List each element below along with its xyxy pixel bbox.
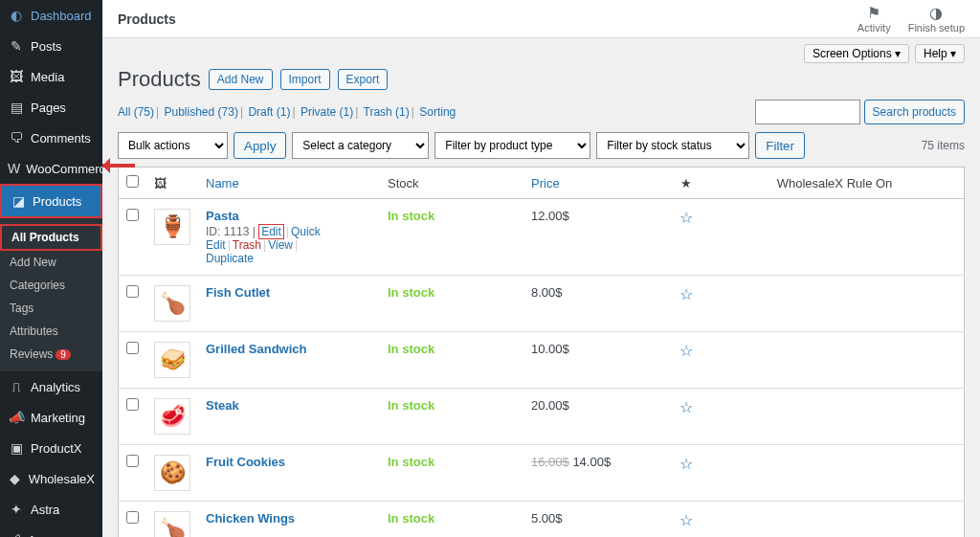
help-button[interactable]: Help ▾: [915, 44, 965, 63]
featured-star[interactable]: ☆: [679, 286, 693, 302]
topbar: Products ⚑Activity ◑Finish setup: [102, 0, 980, 38]
sidebar-sub-add-new[interactable]: Add New: [0, 251, 102, 274]
search-button[interactable]: Search products: [864, 100, 965, 124]
sidebar-label: Appearance: [28, 533, 95, 538]
product-thumbnail[interactable]: 🥩: [154, 398, 190, 435]
sidebar-sub-tags[interactable]: Tags: [0, 297, 102, 320]
filter-sorting[interactable]: Sorting: [419, 105, 456, 119]
product-name-link[interactable]: Fish Cutlet: [206, 285, 270, 300]
sidebar-label: WholesaleX: [29, 472, 95, 486]
product-thumbnail[interactable]: 🍗: [154, 285, 190, 322]
screen-options-button[interactable]: Screen Options ▾: [804, 44, 909, 63]
finish-setup-button[interactable]: ◑Finish setup: [908, 4, 965, 34]
filter-all[interactable]: All (75): [118, 105, 154, 119]
menu-icon: W: [8, 161, 20, 176]
featured-star[interactable]: ☆: [679, 399, 693, 415]
sidebar-item-dashboard[interactable]: ◐Dashboard: [0, 0, 102, 31]
import-button[interactable]: Import: [280, 69, 330, 90]
sidebar-item-woocommerce[interactable]: WWooCommerce: [0, 153, 102, 184]
row-checkbox[interactable]: [126, 398, 139, 411]
menu-icon: ▤: [8, 100, 25, 115]
category-select[interactable]: Select a category: [292, 132, 429, 159]
row-checkbox[interactable]: [126, 455, 139, 467]
sidebar-item-astra[interactable]: ✦Astra: [0, 494, 102, 525]
featured-star[interactable]: ☆: [679, 456, 693, 472]
filter-draft[interactable]: Draft (1): [248, 105, 290, 119]
stock-status: In stock: [388, 511, 434, 526]
product-thumbnail[interactable]: 🍪: [154, 455, 190, 491]
col-name[interactable]: Name: [206, 176, 239, 190]
apply-button[interactable]: Apply: [234, 132, 286, 159]
featured-star[interactable]: ☆: [679, 343, 693, 359]
sidebar-item-analytics[interactable]: ⎍Analytics: [0, 371, 102, 402]
sidebar-item-posts[interactable]: ✎Posts: [0, 31, 102, 61]
items-count: 75 items: [922, 139, 965, 152]
row-checkbox[interactable]: [126, 511, 139, 524]
search-input[interactable]: [755, 100, 860, 124]
price: 12.00$: [523, 199, 667, 276]
filter-private[interactable]: Private (1): [301, 105, 353, 119]
sidebar-sub-attributes[interactable]: Attributes: [0, 320, 102, 343]
sidebar-item-media[interactable]: 🖾Media: [0, 61, 102, 92]
featured-star[interactable]: ☆: [679, 512, 693, 528]
row-view-link[interactable]: View: [268, 238, 293, 252]
stock-status: In stock: [388, 342, 434, 356]
sidebar-item-appearance[interactable]: 🖌Appearance: [0, 525, 102, 537]
sidebar-item-pages[interactable]: ▤Pages: [0, 92, 102, 123]
sidebar-item-marketing[interactable]: 📣Marketing: [0, 402, 102, 433]
sidebar-label: Dashboard: [31, 9, 92, 23]
product-thumbnail[interactable]: 🍗: [154, 511, 190, 537]
product-name-link[interactable]: Grilled Sandwich: [206, 342, 306, 356]
product-type-select[interactable]: Filter by product type: [434, 132, 590, 159]
menu-icon: ⎍: [8, 379, 25, 394]
menu-icon: ✎: [8, 38, 25, 54]
filter-button[interactable]: Filter: [755, 132, 805, 159]
add-new-button[interactable]: Add New: [209, 69, 273, 90]
stock-status: In stock: [388, 209, 434, 223]
sidebar-label: Posts: [31, 39, 62, 54]
menu-icon: ▣: [8, 440, 25, 456]
table-row: 🥩SteakIn stock20.00$☆: [119, 389, 965, 445]
row-trash-link[interactable]: Trash: [233, 238, 261, 252]
sidebar-sub-all-products[interactable]: All Products: [0, 224, 102, 251]
activity-button[interactable]: ⚑Activity: [858, 4, 891, 34]
stock-status-select[interactable]: Filter by stock status: [596, 132, 749, 159]
product-name-link[interactable]: Fruit Cookies: [206, 455, 285, 469]
row-checkbox[interactable]: [126, 342, 139, 354]
sidebar-label: ProductX: [31, 441, 81, 456]
sidebar-item-productx[interactable]: ▣ProductX: [0, 433, 102, 463]
sidebar-item-comments[interactable]: 🗨Comments: [0, 123, 102, 153]
sidebar-sub-categories[interactable]: Categories: [0, 274, 102, 297]
table-row: 🍗Chicken WingsIn stock5.00$☆: [119, 502, 965, 538]
product-thumbnail[interactable]: 🥪: [154, 342, 190, 378]
export-button[interactable]: Export: [338, 69, 389, 90]
sidebar-item-products[interactable]: ◪Products: [0, 184, 102, 218]
product-name-link[interactable]: Steak: [206, 398, 239, 413]
product-name-link[interactable]: Pasta: [206, 209, 239, 223]
bulk-actions-select[interactable]: Bulk actions: [118, 132, 228, 159]
filter-trash[interactable]: Trash (1): [364, 105, 410, 119]
menu-icon: ✦: [8, 502, 25, 517]
table-row: 🍗Fish CutletIn stock8.00$☆: [119, 276, 965, 332]
featured-star[interactable]: ☆: [679, 210, 693, 226]
sidebar-sub-reviews[interactable]: Reviews9: [0, 343, 102, 366]
menu-icon: 🖾: [8, 69, 25, 84]
filter-published[interactable]: Published (73): [165, 105, 238, 119]
product-thumbnail[interactable]: 🏺: [154, 209, 190, 245]
row-checkbox[interactable]: [126, 285, 139, 298]
row-duplicate-link[interactable]: Duplicate: [206, 252, 254, 265]
count-badge: 9: [56, 349, 71, 360]
flag-icon: ⚑: [858, 4, 891, 22]
sidebar-label: Pages: [31, 101, 66, 115]
select-all-checkbox[interactable]: [126, 175, 139, 188]
row-edit-link[interactable]: Edit: [258, 224, 284, 239]
page-title: Products: [118, 67, 201, 92]
col-price[interactable]: Price: [531, 176, 560, 190]
product-name-link[interactable]: Chicken Wings: [206, 511, 295, 526]
sidebar-item-wholesalex[interactable]: ◆WholesaleX: [0, 463, 102, 494]
products-table: 🖼 Name Stock Price ★ WholesaleX Rule On …: [118, 167, 965, 537]
row-checkbox[interactable]: [126, 209, 139, 221]
sidebar-label: Astra: [31, 503, 59, 517]
stock-status: In stock: [388, 285, 434, 300]
menu-icon: 📣: [8, 410, 25, 425]
